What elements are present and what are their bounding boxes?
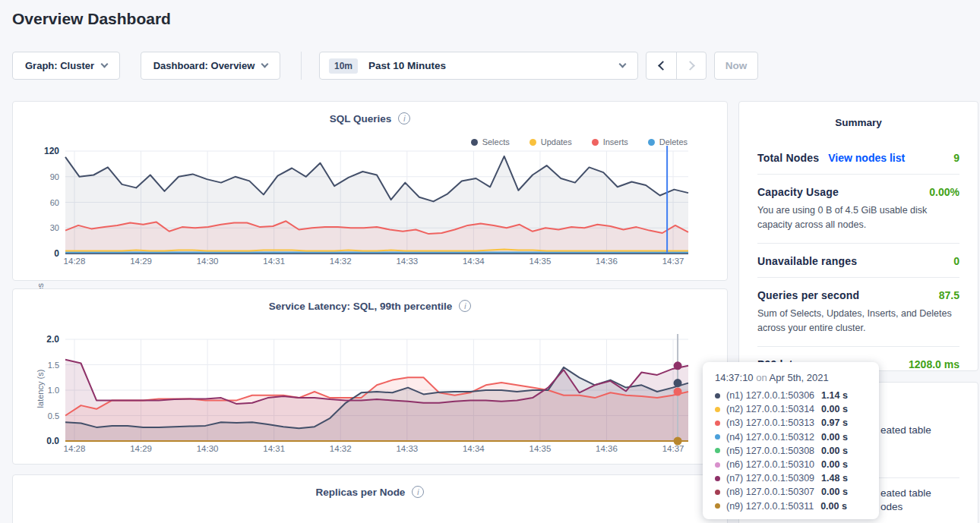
view-nodes-list-link[interactable]: View nodes list <box>828 152 905 164</box>
now-button[interactable]: Now <box>714 52 758 80</box>
summary-label: Queries per second <box>757 289 859 301</box>
summary-card: Summary Total Nodes View nodes list 9 Ca… <box>738 101 978 371</box>
summary-row-queries-per-second: Queries per second 87.5 Sum of Selects, … <box>757 277 959 346</box>
service-latency-card: Service Latency: SQL, 99th percentile i … <box>12 288 728 465</box>
node-address: (n9) 127.0.0.1:50311 <box>726 501 814 512</box>
dashboard-selector-dropdown[interactable]: Dashboard: Overview <box>141 52 280 80</box>
event-text-fragment: eated table <box>880 487 931 499</box>
svg-text:1.5: 1.5 <box>48 361 59 370</box>
summary-value: 1208.0 ms <box>909 358 959 370</box>
svg-text:14:36: 14:36 <box>596 257 618 266</box>
svg-text:14:37: 14:37 <box>662 444 684 453</box>
summary-description: Sum of Selects, Updates, Inserts, and De… <box>757 307 959 336</box>
node-latency-value: 1.14 s <box>821 390 848 401</box>
chevron-down-icon <box>101 61 109 68</box>
svg-text:14:29: 14:29 <box>130 444 152 453</box>
time-range-badge: 10m <box>329 58 358 74</box>
chevron-down-icon <box>619 61 627 68</box>
chevron-left-icon <box>658 61 668 71</box>
svg-text:14:28: 14:28 <box>64 257 86 266</box>
tooltip-node-row: (n6) 127.0.0.1:503100.00 s <box>715 458 867 471</box>
svg-text:1.0: 1.0 <box>48 386 59 395</box>
node-series-dot-icon <box>715 490 720 495</box>
svg-text:14:28: 14:28 <box>64 444 86 453</box>
svg-text:14:32: 14:32 <box>330 257 352 266</box>
tooltip-node-row: (n3) 127.0.0.1:503130.97 s <box>715 416 867 430</box>
page-title: Overview Dashboard <box>12 10 171 28</box>
graph-selector-dropdown[interactable]: Graph: Cluster <box>12 52 120 80</box>
summary-value: 0 <box>953 255 959 267</box>
time-range-label: Past 10 Minutes <box>368 60 620 71</box>
summary-value: 87.5 <box>939 289 959 301</box>
node-latency-value: 0.00 s <box>821 487 848 497</box>
event-text-fragment: odes <box>880 501 903 512</box>
time-step-buttons <box>646 52 707 80</box>
node-latency-value: 0.00 s <box>821 404 848 414</box>
svg-text:0.5: 0.5 <box>48 411 59 421</box>
service-latency-chart[interactable]: 0.00.51.01.52.014:2814:2914:3014:3114:32… <box>19 329 718 462</box>
summary-row-unavailable-ranges: Unavailable ranges 0 <box>757 243 959 277</box>
node-series-dot-icon <box>715 503 720 509</box>
summary-row-total-nodes: Total Nodes View nodes list 9 <box>757 140 959 174</box>
svg-text:14:36: 14:36 <box>596 444 618 453</box>
info-icon[interactable]: i <box>412 486 424 498</box>
svg-text:14:30: 14:30 <box>197 444 219 453</box>
tooltip-timestamp: 14:37:10 on Apr 5th, 2021 <box>715 372 867 383</box>
node-series-dot-icon <box>715 434 720 440</box>
time-range-dropdown[interactable]: 10m Past 10 Minutes <box>319 52 638 80</box>
tooltip-node-row: (n4) 127.0.0.1:503120.00 s <box>715 430 867 444</box>
node-latency-value: 0.00 s <box>820 501 847 512</box>
svg-text:14:35: 14:35 <box>530 257 552 266</box>
time-prev-button[interactable] <box>646 52 676 79</box>
svg-text:120: 120 <box>44 146 59 156</box>
node-latency-value: 0.00 s <box>821 446 848 456</box>
replicas-per-node-card: Replicas per Node i <box>12 474 728 523</box>
node-latency-value: 1.48 s <box>821 473 848 484</box>
svg-text:14:30: 14:30 <box>197 257 219 266</box>
node-address: (n2) 127.0.0.1:50314 <box>726 404 814 414</box>
graph-selector-label: Graph: Cluster <box>25 60 94 71</box>
node-latency-value: 0.97 s <box>821 417 848 428</box>
node-series-dot-icon <box>715 421 720 426</box>
svg-text:14:33: 14:33 <box>396 444 418 453</box>
svg-text:14:29: 14:29 <box>130 257 152 266</box>
tooltip-node-row: (n2) 127.0.0.1:503140.00 s <box>715 402 867 416</box>
summary-description: You are using 0 B of 4.5 GiB usable disk… <box>757 203 959 233</box>
node-address: (n4) 127.0.0.1:50312 <box>726 432 814 443</box>
tooltip-node-row: (n9) 127.0.0.1:503110.00 s <box>715 499 867 513</box>
info-icon[interactable]: i <box>459 300 471 312</box>
node-address: (n7) 127.0.0.1:50309 <box>726 473 814 484</box>
svg-text:60: 60 <box>50 198 59 207</box>
info-icon[interactable]: i <box>398 112 410 124</box>
node-series-dot-icon <box>715 476 720 481</box>
svg-text:14:32: 14:32 <box>330 444 352 453</box>
svg-text:14:37: 14:37 <box>662 257 684 266</box>
summary-row-capacity-usage: Capacity Usage 0.00% You are using 0 B o… <box>757 174 959 243</box>
node-address: (n1) 127.0.0.1:50306 <box>726 390 814 401</box>
node-series-dot-icon <box>715 462 720 468</box>
svg-text:0: 0 <box>54 248 59 259</box>
sql-queries-chart[interactable]: 030609012014:2814:2914:3014:3114:3214:33… <box>19 145 718 276</box>
chart-title: Service Latency: SQL, 99th percentile <box>269 301 453 312</box>
summary-label: Total Nodes <box>757 152 819 164</box>
node-address: (n5) 127.0.0.1:50308 <box>726 446 814 456</box>
chevron-down-icon <box>261 61 269 68</box>
node-series-dot-icon <box>715 407 720 412</box>
svg-text:2.0: 2.0 <box>46 334 59 345</box>
svg-text:14:35: 14:35 <box>530 444 552 453</box>
chart-hover-tooltip: 14:37:10 on Apr 5th, 2021 (n1) 127.0.0.1… <box>703 362 879 519</box>
summary-value: 9 <box>953 152 959 164</box>
time-next-button[interactable] <box>676 52 706 79</box>
svg-text:14:31: 14:31 <box>263 444 285 453</box>
toolbar-divider <box>301 52 302 80</box>
svg-text:14:31: 14:31 <box>263 257 285 266</box>
tooltip-node-row: (n8) 127.0.0.1:503070.00 s <box>715 485 867 499</box>
svg-text:14:34: 14:34 <box>463 257 485 266</box>
svg-text:0.0: 0.0 <box>46 436 59 446</box>
node-latency-value: 0.00 s <box>821 459 848 470</box>
event-text-fragment: eated table <box>880 424 931 436</box>
tooltip-node-row: (n7) 127.0.0.1:503091.48 s <box>715 471 867 485</box>
summary-label: Capacity Usage <box>757 186 839 198</box>
tooltip-node-row: (n5) 127.0.0.1:503080.00 s <box>715 444 867 458</box>
svg-text:30: 30 <box>50 223 59 232</box>
